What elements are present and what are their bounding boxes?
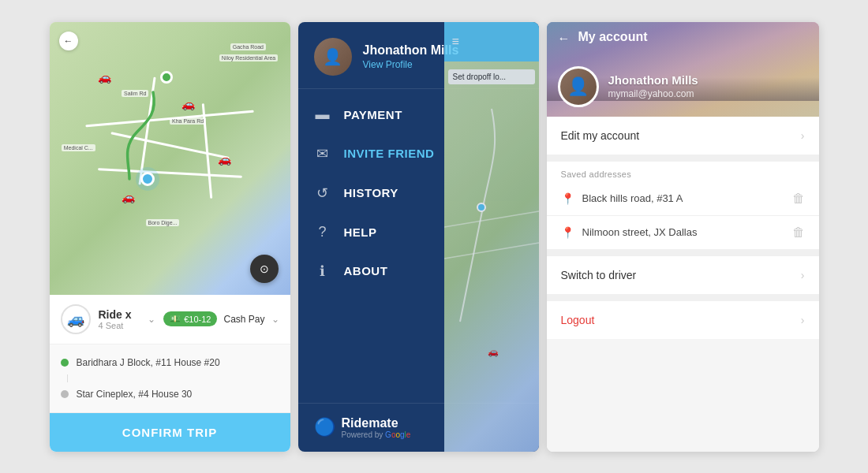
section-divider-2 (547, 250, 819, 256)
switch-to-driver-text: Switch to driver (561, 269, 637, 281)
help-icon: ? (314, 224, 331, 240)
help-label: HELP (344, 225, 377, 239)
account-back-button[interactable]: ← (558, 32, 571, 46)
account-body: Edit my account › Saved addresses 📍 Blac… (547, 117, 819, 452)
ride-type-chevron[interactable]: ⌄ (148, 314, 155, 325)
delete-address-1[interactable]: 🗑 (792, 192, 805, 206)
history-label: HISTORY (344, 186, 398, 199)
edit-account-row[interactable]: Edit my account › (547, 117, 819, 155)
ride-bottom-card: 🚙 Ride x 4 Seat ⌄ 💵 €10-12 Cash Pay ⌄ (50, 295, 290, 452)
logout-chevron: › (801, 314, 805, 326)
logout-text: Logout (561, 314, 595, 326)
invite-icon: ✉ (314, 145, 331, 162)
set-dropoff-bar: Set dropoff lo... (448, 69, 535, 84)
powered-by-text: Powered by Google (342, 430, 411, 439)
car-icon-2: 🚗 (181, 98, 195, 110)
confirm-trip-button[interactable]: CONFIRM TRIP (50, 413, 290, 452)
ride-name: Ride x (99, 308, 140, 321)
edit-account-chevron: › (801, 129, 805, 142)
payment-row: 💵 €10-12 Cash Pay ⌄ (163, 311, 279, 326)
user-avatar: 👤 (314, 38, 352, 76)
ridemate-logo-icon: 🔵 (314, 417, 335, 438)
ridemate-text: Ridemate Powered by Google (342, 416, 411, 439)
account-email: mymail@yahoo.com (608, 88, 698, 99)
pickup-text: Baridhara J Block, #11 House #20 (77, 357, 220, 368)
account-header: ← My account 👤 Jhonathon Mills mymail@ya… (547, 22, 819, 117)
account-panel: ← My account 👤 Jhonathon Mills mymail@ya… (547, 22, 819, 452)
map-label-boro: Boro Dige... (146, 219, 180, 226)
saved-addresses-label: Saved addresses (547, 162, 819, 182)
cash-icon: 💵 (170, 314, 181, 324)
compass-icon: ⊙ (260, 263, 269, 275)
pickup-dot (61, 359, 69, 367)
svg-point-0 (477, 203, 485, 211)
section-divider-3 (547, 295, 819, 301)
hamburger-icon: ≡ (452, 35, 459, 49)
payment-icon: ▬ (314, 106, 331, 123)
logout-row[interactable]: Logout › (547, 301, 819, 339)
address-text-1: Black hills road, #31 A (582, 192, 792, 204)
compass-button[interactable]: ⊙ (250, 255, 279, 283)
map-overlay: ≡ Set dropoff lo... 🚗 (444, 22, 539, 452)
menu-panel: 👤 Jhonathon Mills View Profile ▬ PAYMENT… (298, 22, 539, 452)
locations-section: Baridhara J Block, #11 House #20 Star Ci… (50, 345, 290, 413)
car-icon-1: 🚗 (98, 71, 111, 84)
car-icon-4: 🚗 (122, 191, 135, 203)
about-label: ABOUT (344, 264, 388, 277)
ride-booking-panel: Gacha Road Niloy Residential Area Medica… (50, 22, 290, 452)
switch-to-driver-row[interactable]: Switch to driver › (547, 256, 819, 295)
map-back-button[interactable]: ← (59, 32, 78, 50)
map-label-medical: Medical C... (62, 144, 95, 151)
address-text-2: Nilmoon street, JX Dallas (582, 226, 792, 238)
address-row-2: 📍 Nilmoon street, JX Dallas 🗑 (547, 216, 819, 250)
edit-account-text: Edit my account (561, 129, 640, 142)
dropoff-item: Star Cineplex, #4 House 30 (61, 384, 279, 404)
delete-address-2[interactable]: 🗑 (792, 225, 805, 240)
account-name-email: Jhonathon Mills mymail@yahoo.com (608, 73, 698, 99)
payment-type: Cash Pay (223, 314, 264, 325)
account-title: My account (578, 30, 648, 44)
payment-label: PAYMENT (344, 108, 402, 121)
address-pin-1: 📍 (561, 192, 574, 205)
overlay-topbar: ≡ (444, 22, 539, 61)
history-icon: ↺ (314, 184, 331, 202)
app-name: Ridemate (342, 416, 411, 430)
ride-info: Ride x 4 Seat (99, 308, 140, 330)
avatar-placeholder: 👤 (314, 38, 352, 76)
price-text: €10-12 (184, 315, 211, 324)
destination-dot (160, 71, 173, 84)
account-user-info: 👤 Jhonathon Mills mymail@yahoo.com (558, 66, 698, 107)
pickup-item: Baridhara J Block, #11 House #20 (61, 352, 279, 373)
map-label-gacha: Gacha Road (230, 43, 266, 50)
dropoff-dot (61, 390, 69, 398)
invite-label: INVITE FRIEND (344, 147, 435, 160)
cash-badge: 💵 €10-12 (163, 311, 217, 326)
address-pin-2: 📍 (561, 226, 574, 239)
payment-chevron[interactable]: ⌄ (271, 314, 279, 325)
map-label-niloy: Niloy Residential Area (219, 54, 278, 61)
ride-type-row: 🚙 Ride x 4 Seat ⌄ 💵 €10-12 Cash Pay ⌄ (50, 295, 290, 345)
ride-icon: 🚙 (61, 304, 91, 334)
about-icon: ℹ (314, 263, 331, 280)
section-divider-1 (547, 155, 819, 162)
dropoff-text: Star Cineplex, #4 House 30 (77, 389, 193, 400)
map-area: Gacha Road Niloy Residential Area Medica… (50, 22, 290, 295)
switch-to-driver-chevron: › (801, 269, 805, 281)
car-icon-3: 🚗 (218, 153, 231, 166)
address-row-1: 📍 Black hills road, #31 A 🗑 (547, 182, 819, 216)
account-avatar: 👤 (558, 66, 599, 107)
account-name: Jhonathon Mills (608, 73, 698, 87)
ride-seats: 4 Seat (99, 321, 140, 330)
